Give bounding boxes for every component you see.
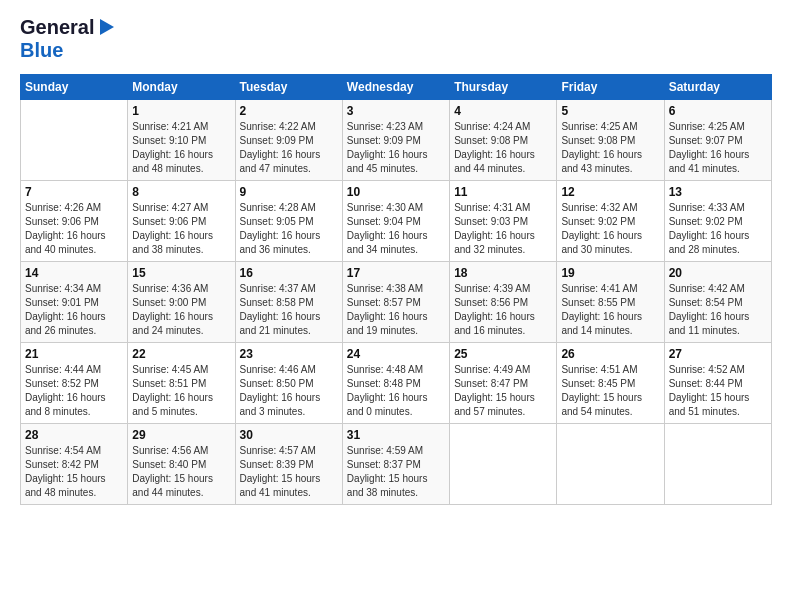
weekday-header: Monday: [128, 75, 235, 100]
calendar-day-cell: 12Sunrise: 4:32 AMSunset: 9:02 PMDayligh…: [557, 181, 664, 262]
calendar-day-cell: [450, 424, 557, 505]
calendar-day-cell: 10Sunrise: 4:30 AMSunset: 9:04 PMDayligh…: [342, 181, 449, 262]
calendar-day-cell: 16Sunrise: 4:37 AMSunset: 8:58 PMDayligh…: [235, 262, 342, 343]
day-number: 21: [25, 347, 123, 361]
calendar-week-row: 28Sunrise: 4:54 AMSunset: 8:42 PMDayligh…: [21, 424, 772, 505]
day-number: 14: [25, 266, 123, 280]
calendar-day-cell: [664, 424, 771, 505]
day-number: 10: [347, 185, 445, 199]
day-info: Sunrise: 4:24 AMSunset: 9:08 PMDaylight:…: [454, 120, 552, 176]
day-number: 6: [669, 104, 767, 118]
calendar-day-cell: 31Sunrise: 4:59 AMSunset: 8:37 PMDayligh…: [342, 424, 449, 505]
day-info: Sunrise: 4:30 AMSunset: 9:04 PMDaylight:…: [347, 201, 445, 257]
day-number: 23: [240, 347, 338, 361]
day-info: Sunrise: 4:28 AMSunset: 9:05 PMDaylight:…: [240, 201, 338, 257]
logo-text-row: General: [20, 16, 114, 39]
day-number: 19: [561, 266, 659, 280]
logo-general: General: [20, 16, 94, 39]
calendar-day-cell: 6Sunrise: 4:25 AMSunset: 9:07 PMDaylight…: [664, 100, 771, 181]
day-number: 29: [132, 428, 230, 442]
calendar-day-cell: 8Sunrise: 4:27 AMSunset: 9:06 PMDaylight…: [128, 181, 235, 262]
day-number: 20: [669, 266, 767, 280]
day-number: 2: [240, 104, 338, 118]
day-info: Sunrise: 4:26 AMSunset: 9:06 PMDaylight:…: [25, 201, 123, 257]
calendar-day-cell: 14Sunrise: 4:34 AMSunset: 9:01 PMDayligh…: [21, 262, 128, 343]
day-number: 16: [240, 266, 338, 280]
day-info: Sunrise: 4:49 AMSunset: 8:47 PMDaylight:…: [454, 363, 552, 419]
calendar-table: SundayMondayTuesdayWednesdayThursdayFrid…: [20, 74, 772, 505]
calendar-day-cell: 7Sunrise: 4:26 AMSunset: 9:06 PMDaylight…: [21, 181, 128, 262]
calendar-day-cell: 22Sunrise: 4:45 AMSunset: 8:51 PMDayligh…: [128, 343, 235, 424]
day-number: 25: [454, 347, 552, 361]
day-info: Sunrise: 4:51 AMSunset: 8:45 PMDaylight:…: [561, 363, 659, 419]
calendar-week-row: 21Sunrise: 4:44 AMSunset: 8:52 PMDayligh…: [21, 343, 772, 424]
weekday-header: Friday: [557, 75, 664, 100]
weekday-header: Wednesday: [342, 75, 449, 100]
calendar-day-cell: 29Sunrise: 4:56 AMSunset: 8:40 PMDayligh…: [128, 424, 235, 505]
day-info: Sunrise: 4:59 AMSunset: 8:37 PMDaylight:…: [347, 444, 445, 500]
main-container: General Blue SundayMondayTuesdayWednesda…: [0, 0, 792, 515]
day-number: 13: [669, 185, 767, 199]
day-info: Sunrise: 4:54 AMSunset: 8:42 PMDaylight:…: [25, 444, 123, 500]
day-number: 17: [347, 266, 445, 280]
calendar-day-cell: 1Sunrise: 4:21 AMSunset: 9:10 PMDaylight…: [128, 100, 235, 181]
day-info: Sunrise: 4:25 AMSunset: 9:07 PMDaylight:…: [669, 120, 767, 176]
calendar-day-cell: 28Sunrise: 4:54 AMSunset: 8:42 PMDayligh…: [21, 424, 128, 505]
day-info: Sunrise: 4:32 AMSunset: 9:02 PMDaylight:…: [561, 201, 659, 257]
calendar-day-cell: 9Sunrise: 4:28 AMSunset: 9:05 PMDaylight…: [235, 181, 342, 262]
day-info: Sunrise: 4:36 AMSunset: 9:00 PMDaylight:…: [132, 282, 230, 338]
logo-blue-row: Blue: [20, 39, 63, 62]
day-number: 5: [561, 104, 659, 118]
calendar-day-cell: 25Sunrise: 4:49 AMSunset: 8:47 PMDayligh…: [450, 343, 557, 424]
calendar-day-cell: 2Sunrise: 4:22 AMSunset: 9:09 PMDaylight…: [235, 100, 342, 181]
calendar-day-cell: 3Sunrise: 4:23 AMSunset: 9:09 PMDaylight…: [342, 100, 449, 181]
calendar-day-cell: 30Sunrise: 4:57 AMSunset: 8:39 PMDayligh…: [235, 424, 342, 505]
day-number: 15: [132, 266, 230, 280]
day-number: 9: [240, 185, 338, 199]
calendar-day-cell: 20Sunrise: 4:42 AMSunset: 8:54 PMDayligh…: [664, 262, 771, 343]
day-info: Sunrise: 4:45 AMSunset: 8:51 PMDaylight:…: [132, 363, 230, 419]
logo-blue: Blue: [20, 39, 63, 62]
weekday-header: Sunday: [21, 75, 128, 100]
day-info: Sunrise: 4:31 AMSunset: 9:03 PMDaylight:…: [454, 201, 552, 257]
header: General Blue: [20, 16, 772, 62]
day-info: Sunrise: 4:52 AMSunset: 8:44 PMDaylight:…: [669, 363, 767, 419]
day-info: Sunrise: 4:38 AMSunset: 8:57 PMDaylight:…: [347, 282, 445, 338]
calendar-day-cell: 5Sunrise: 4:25 AMSunset: 9:08 PMDaylight…: [557, 100, 664, 181]
day-info: Sunrise: 4:57 AMSunset: 8:39 PMDaylight:…: [240, 444, 338, 500]
weekday-header: Tuesday: [235, 75, 342, 100]
day-info: Sunrise: 4:33 AMSunset: 9:02 PMDaylight:…: [669, 201, 767, 257]
day-info: Sunrise: 4:44 AMSunset: 8:52 PMDaylight:…: [25, 363, 123, 419]
day-number: 27: [669, 347, 767, 361]
day-info: Sunrise: 4:25 AMSunset: 9:08 PMDaylight:…: [561, 120, 659, 176]
calendar-day-cell: [21, 100, 128, 181]
day-number: 31: [347, 428, 445, 442]
day-info: Sunrise: 4:27 AMSunset: 9:06 PMDaylight:…: [132, 201, 230, 257]
day-info: Sunrise: 4:41 AMSunset: 8:55 PMDaylight:…: [561, 282, 659, 338]
calendar-day-cell: 13Sunrise: 4:33 AMSunset: 9:02 PMDayligh…: [664, 181, 771, 262]
day-number: 4: [454, 104, 552, 118]
day-number: 3: [347, 104, 445, 118]
calendar-day-cell: 27Sunrise: 4:52 AMSunset: 8:44 PMDayligh…: [664, 343, 771, 424]
day-number: 28: [25, 428, 123, 442]
day-info: Sunrise: 4:21 AMSunset: 9:10 PMDaylight:…: [132, 120, 230, 176]
calendar-week-row: 7Sunrise: 4:26 AMSunset: 9:06 PMDaylight…: [21, 181, 772, 262]
weekday-header: Thursday: [450, 75, 557, 100]
day-info: Sunrise: 4:42 AMSunset: 8:54 PMDaylight:…: [669, 282, 767, 338]
day-info: Sunrise: 4:37 AMSunset: 8:58 PMDaylight:…: [240, 282, 338, 338]
day-info: Sunrise: 4:48 AMSunset: 8:48 PMDaylight:…: [347, 363, 445, 419]
day-number: 18: [454, 266, 552, 280]
svg-marker-0: [100, 19, 114, 35]
day-info: Sunrise: 4:22 AMSunset: 9:09 PMDaylight:…: [240, 120, 338, 176]
calendar-day-cell: 15Sunrise: 4:36 AMSunset: 9:00 PMDayligh…: [128, 262, 235, 343]
calendar-day-cell: 4Sunrise: 4:24 AMSunset: 9:08 PMDaylight…: [450, 100, 557, 181]
calendar-day-cell: 18Sunrise: 4:39 AMSunset: 8:56 PMDayligh…: [450, 262, 557, 343]
day-number: 22: [132, 347, 230, 361]
calendar-week-row: 14Sunrise: 4:34 AMSunset: 9:01 PMDayligh…: [21, 262, 772, 343]
calendar-day-cell: 21Sunrise: 4:44 AMSunset: 8:52 PMDayligh…: [21, 343, 128, 424]
weekday-header: Saturday: [664, 75, 771, 100]
weekday-header-row: SundayMondayTuesdayWednesdayThursdayFrid…: [21, 75, 772, 100]
logo-triangle-icon: [96, 17, 114, 39]
day-number: 30: [240, 428, 338, 442]
day-info: Sunrise: 4:46 AMSunset: 8:50 PMDaylight:…: [240, 363, 338, 419]
